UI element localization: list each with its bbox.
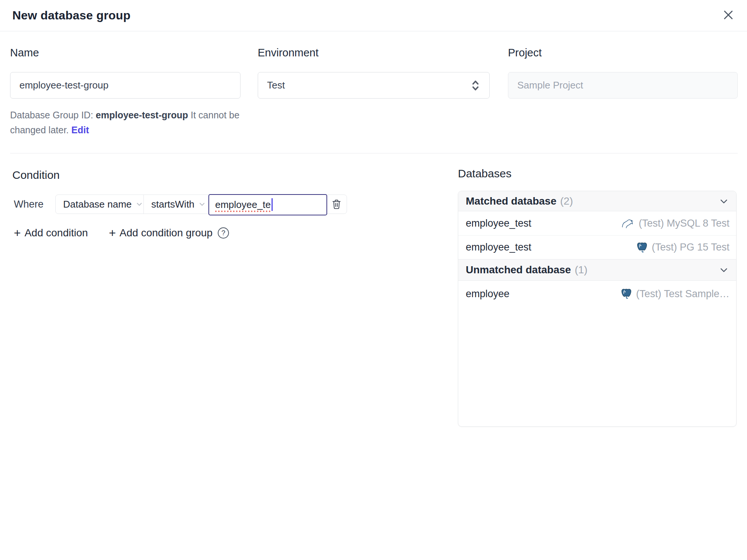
unmatched-database-count: (1) (575, 264, 588, 276)
project-input (508, 72, 738, 99)
add-condition-group-label: Add condition group (120, 227, 213, 239)
database-group-id-value: employee-test-group (96, 110, 188, 120)
database-name: employee_test (466, 218, 531, 229)
database-row: employee_test (Test) PG 15 Test (458, 235, 736, 259)
section-divider (10, 153, 738, 153)
instance-name: (Test) Test Sample… (636, 288, 729, 300)
condition-operator-value: startsWith (151, 199, 195, 210)
add-condition-label: Add condition (25, 227, 88, 239)
instance-info: (Test) Test Sample… (620, 288, 729, 300)
condition-value-text: employee_te (215, 199, 271, 211)
condition-row: Database name startsWith employee_te (55, 195, 347, 214)
instance-info: (Test) MySQL 8 Test (622, 218, 729, 229)
environment-label: Environment (258, 47, 319, 59)
chevron-down-icon (718, 196, 729, 207)
close-icon (721, 7, 736, 22)
plus-icon: + (109, 227, 116, 239)
environment-select[interactable]: Test (258, 72, 490, 99)
database-name: employee_test (466, 242, 531, 253)
delete-condition-button[interactable] (326, 195, 347, 213)
condition-actions: + Add condition + Add condition group ? (14, 227, 229, 239)
chevron-down-icon (135, 200, 144, 209)
instance-info: (Test) PG 15 Test (636, 242, 729, 253)
database-name: employee (466, 288, 509, 300)
condition-factor-value: Database name (63, 199, 132, 210)
databases-panel: Matched database (2) employee_test (Test… (458, 191, 737, 427)
postgres-icon (636, 242, 648, 253)
matched-database-header[interactable]: Matched database (2) (458, 191, 736, 211)
edit-link[interactable]: Edit (71, 125, 89, 135)
database-row: employee (Test) Test Sample… (458, 281, 736, 307)
matched-database-label: Matched database (466, 195, 557, 207)
updown-chevrons-icon (469, 78, 482, 93)
new-database-group-modal: New database group Name Environment Proj… (0, 0, 747, 560)
chevron-down-icon (718, 264, 729, 276)
plus-icon: + (14, 227, 21, 239)
add-condition-button[interactable]: + Add condition (14, 227, 88, 239)
condition-factor-select[interactable]: Database name (56, 195, 144, 214)
where-label: Where (14, 195, 44, 214)
postgres-icon (620, 288, 632, 300)
unmatched-database-header[interactable]: Unmatched database (1) (458, 259, 736, 281)
helper-prefix: Database Group ID: (10, 110, 96, 120)
instance-name: (Test) MySQL 8 Test (639, 218, 729, 229)
name-label: Name (10, 47, 39, 59)
text-cursor (272, 198, 273, 211)
environment-selected-value: Test (267, 80, 285, 91)
database-row: employee_test (Test) MySQL 8 Test (458, 211, 736, 235)
database-group-id-helper: Database Group ID: employee-test-group I… (10, 108, 249, 137)
condition-operator-select[interactable]: startsWith (144, 195, 209, 214)
close-button[interactable] (718, 4, 739, 25)
condition-title: Condition (12, 169, 60, 181)
modal-header: New database group (0, 0, 747, 31)
help-icon[interactable]: ? (218, 227, 229, 239)
condition-value-input[interactable]: employee_te (208, 194, 327, 215)
page-title: New database group (12, 9, 131, 22)
trash-icon (331, 198, 342, 210)
add-condition-group-button[interactable]: + Add condition group ? (109, 227, 229, 239)
chevron-down-icon (198, 200, 207, 209)
unmatched-database-label: Unmatched database (466, 264, 571, 276)
project-label: Project (508, 47, 542, 59)
name-input[interactable] (10, 72, 241, 99)
matched-database-count: (2) (560, 195, 573, 207)
mysql-icon (622, 218, 635, 228)
databases-title: Databases (458, 167, 511, 180)
instance-name: (Test) PG 15 Test (652, 242, 729, 253)
